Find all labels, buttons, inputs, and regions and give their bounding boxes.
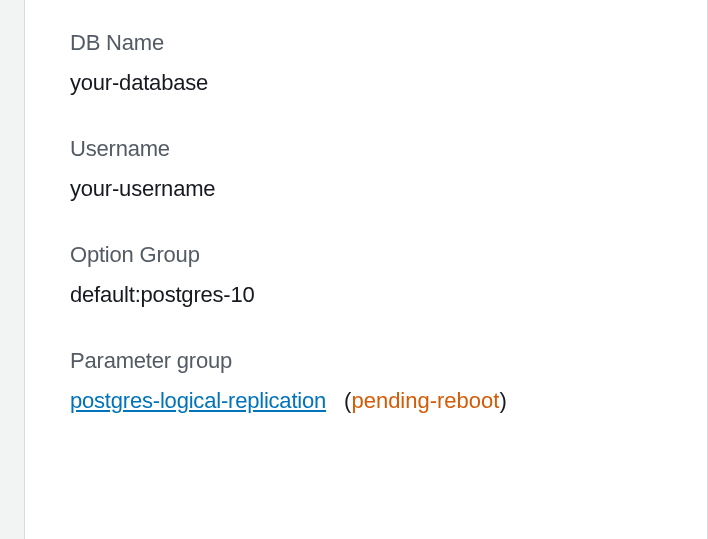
db-name-value: your-database [70, 70, 662, 96]
parameter-group-field: Parameter group postgres-logical-replica… [70, 348, 662, 414]
db-name-label: DB Name [70, 30, 662, 56]
parameter-group-link[interactable]: postgres-logical-replication [70, 388, 326, 414]
username-field: Username your-username [70, 136, 662, 202]
option-group-field: Option Group default:postgres-10 [70, 242, 662, 308]
details-panel: DB Name your-database Username your-user… [25, 0, 708, 539]
db-name-field: DB Name your-database [70, 30, 662, 96]
option-group-label: Option Group [70, 242, 662, 268]
parameter-group-status: pending-reboot [351, 388, 499, 413]
sidebar-edge [0, 0, 25, 539]
parameter-group-label: Parameter group [70, 348, 662, 374]
username-label: Username [70, 136, 662, 162]
option-group-value: default:postgres-10 [70, 282, 662, 308]
username-value: your-username [70, 176, 662, 202]
parameter-group-status-wrapper: (pending-reboot) [344, 388, 507, 414]
parameter-group-value-row: postgres-logical-replication (pending-re… [70, 388, 662, 414]
